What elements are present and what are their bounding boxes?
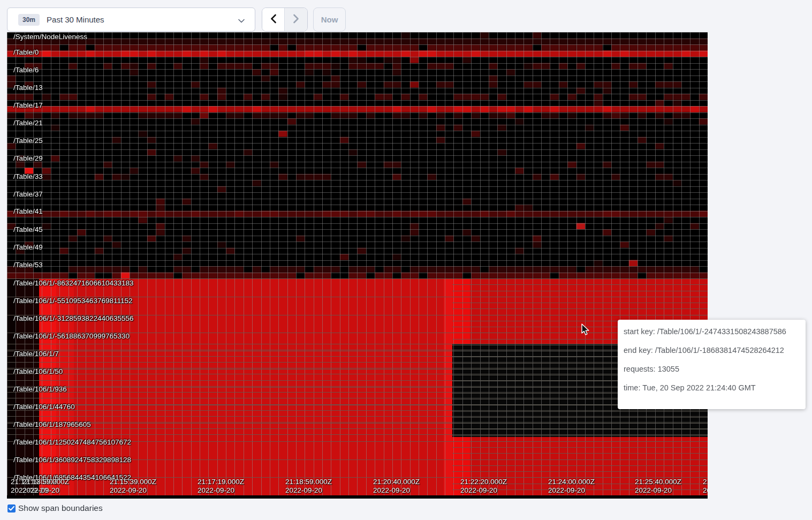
show-span-boundaries-label: Show span boundaries: [18, 503, 103, 513]
tooltip-time: time: Tue, 20 Sep 2022 21:24:40 GMT: [624, 383, 800, 392]
show-span-boundaries-checkbox[interactable]: [7, 504, 16, 513]
tooltip-start-key: start key: /Table/106/1/-247433150824388…: [624, 327, 800, 336]
pager-back-button[interactable]: [262, 8, 285, 31]
chevron-right-icon: [292, 14, 300, 26]
chevron-left-icon: [270, 14, 277, 26]
now-button[interactable]: Now: [313, 7, 346, 32]
pager-forward-button[interactable]: [285, 8, 307, 31]
chevron-down-icon: [238, 17, 245, 26]
key-visualizer-heatmap[interactable]: /System/NodeLiveness/Table/0/Table/6/Tab…: [7, 32, 708, 499]
tooltip-end-key: end key: /Table/106/1/-18683814745282642…: [624, 346, 800, 355]
hover-tooltip: start key: /Table/106/1/-247433150824388…: [618, 320, 806, 409]
heatmap-canvas[interactable]: [7, 32, 708, 499]
tooltip-requests: requests: 13055: [624, 365, 800, 373]
time-pager: [262, 7, 308, 32]
span-boundaries-control: Show span boundaries: [7, 503, 103, 513]
time-range-dropdown[interactable]: 30m Past 30 Minutes: [7, 7, 255, 32]
toolbar: 30m Past 30 Minutes Now: [0, 7, 812, 32]
time-range-label: Past 30 Minutes: [47, 15, 104, 24]
time-range-badge: 30m: [18, 14, 40, 26]
